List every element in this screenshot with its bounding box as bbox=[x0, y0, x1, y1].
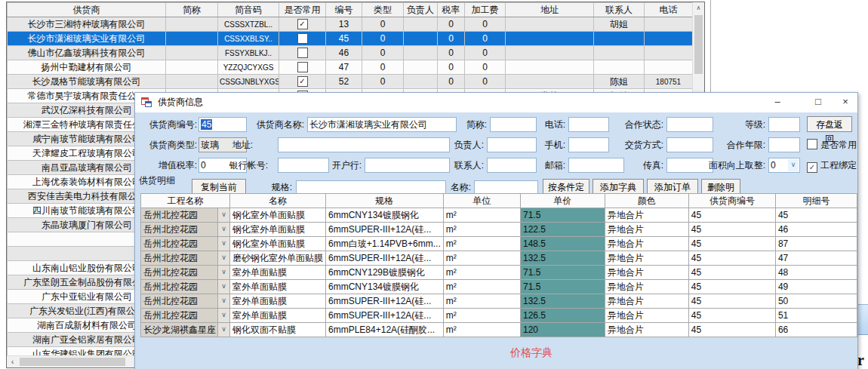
coop-status-label: 合作状态: bbox=[615, 117, 663, 132]
dropdown-arrow-icon[interactable]: ∨ bbox=[788, 159, 799, 171]
detail-row[interactable]: 岳州北控花园∨ 室外单面贴膜 6mmCNY134镀膜钢化 m² 71.5 异地合… bbox=[141, 280, 857, 294]
address-label: 地址: bbox=[221, 137, 253, 152]
dialog-title: 供货商信息 bbox=[158, 93, 203, 112]
copy-current-project-button[interactable]: 复制当前工程 bbox=[192, 179, 246, 195]
combo-arrow-icon[interactable]: ∨ bbox=[217, 309, 229, 322]
supplier-name-cell: 长沙市三湘特种玻璃有限公司 bbox=[8, 17, 166, 32]
project-combobox[interactable]: 长沙龙湖祺鑫星座∨ bbox=[141, 323, 230, 337]
dropdown-value: 0 bbox=[771, 160, 776, 171]
project-combobox[interactable]: 岳州北控花园∨ bbox=[141, 266, 230, 280]
combo-arrow-icon[interactable]: ∨ bbox=[217, 294, 229, 308]
col-header-color: 颜色 bbox=[605, 194, 688, 208]
col-header-supplier: 供货商 bbox=[8, 3, 166, 17]
common-checkbox[interactable] bbox=[297, 48, 308, 58]
bank-account-field[interactable] bbox=[278, 158, 329, 173]
grade-field[interactable] bbox=[768, 117, 800, 132]
phone-field[interactable] bbox=[568, 117, 609, 132]
often-used-checkbox[interactable]: 是否常用 bbox=[807, 137, 857, 152]
project-binding-checkbox[interactable]: ✓工程绑定 bbox=[807, 158, 857, 173]
add-dictionary-detail-button[interactable]: 添加字典明细 bbox=[593, 179, 644, 195]
detail-row[interactable]: 岳州北控花园∨ 钢化室外单面贴膜 6mmCNY134镀膜钢化 m² 71.5 异… bbox=[141, 208, 857, 223]
horizontal-scrollbar-thumb[interactable] bbox=[20, 358, 125, 366]
price-cell: 71.5 bbox=[520, 208, 605, 223]
bank-account-label: 银行帐号: bbox=[221, 158, 268, 173]
window-edge-line bbox=[710, 0, 711, 94]
abbr-field[interactable] bbox=[490, 117, 537, 132]
supplier-name-field[interactable]: 长沙市潇湘玻璃实业有限公司 bbox=[307, 117, 457, 132]
close-button[interactable]: × bbox=[833, 93, 858, 112]
area-round-dropdown[interactable]: 0∨ bbox=[768, 158, 800, 173]
email-field[interactable] bbox=[568, 158, 624, 173]
supplier-name-cell: 佛山市亿鑫玻璃科技有限公司 bbox=[8, 46, 166, 60]
project-combobox[interactable]: 岳州北控花园∨ bbox=[141, 208, 230, 223]
vertical-scrollbar-thumb[interactable] bbox=[694, 15, 703, 74]
price-cell: 148.5 bbox=[520, 237, 605, 251]
combo-arrow-icon[interactable]: ∨ bbox=[217, 223, 229, 236]
area-round-label: 面积向上取整: bbox=[703, 158, 765, 173]
col-header-spec: 规格 bbox=[326, 194, 444, 208]
coop-status-field[interactable] bbox=[666, 117, 713, 132]
detail-row[interactable]: 岳州北控花园∨ 钢化室外单面贴膜 6mm白玻+1.14PVB+6mm... m²… bbox=[141, 237, 857, 251]
often-used-label: 是否常用 bbox=[820, 140, 857, 150]
checkbox-icon bbox=[807, 139, 817, 149]
detail-row[interactable]: 岳州北控花园∨ 磨砂钢化室外单面贴膜 6mmSUPER-III+12A(硅...… bbox=[141, 251, 857, 266]
supplier-row[interactable]: 佛山市亿鑫玻璃科技有限公司 FSSYXBLKJ.. 46 0 0 0 bbox=[8, 46, 693, 60]
combo-arrow-icon[interactable]: ∨ bbox=[217, 266, 229, 279]
project-combobox[interactable]: 岳州北控花园∨ bbox=[141, 280, 230, 294]
minimize-button[interactable]: – bbox=[765, 93, 790, 112]
col-header-project: 工程名称 bbox=[141, 194, 230, 208]
combo-arrow-icon[interactable]: ∨ bbox=[217, 208, 229, 222]
project-combobox[interactable]: 岳州北控花园∨ bbox=[141, 309, 230, 323]
manager-label: 负责人: bbox=[451, 137, 484, 152]
supplier-id-field[interactable]: 45 bbox=[199, 117, 247, 132]
col-header-name: 名称 bbox=[230, 194, 326, 208]
detail-row[interactable]: 岳州北控花园∨ 室外单面贴膜 6mmSUPER-III+12A(硅... m² … bbox=[141, 294, 857, 309]
maximize-button[interactable]: □ bbox=[805, 93, 831, 112]
supplier-row[interactable]: 扬州中勤建材有限公司 YZZQJCYXGS 47 0 0 0 bbox=[8, 60, 693, 75]
project-combobox[interactable]: 岳州北控花园∨ bbox=[141, 237, 230, 251]
supplier-name-cell: 长沙晟格节能玻璃有限公司 bbox=[8, 75, 166, 89]
project-combobox[interactable]: 岳州北控花园∨ bbox=[141, 251, 230, 266]
add-order-detail-button[interactable]: 添加订单明细 bbox=[647, 179, 698, 195]
form-icon bbox=[141, 97, 152, 108]
address-field[interactable] bbox=[278, 137, 450, 152]
combo-arrow-icon[interactable]: ∨ bbox=[217, 280, 229, 294]
col-header-tax: 税率 bbox=[438, 3, 465, 17]
scroll-up-icon[interactable]: ∧ bbox=[693, 2, 704, 14]
common-checkbox[interactable]: ✓ bbox=[297, 76, 308, 87]
detail-row[interactable]: 岳州北控花园∨ 室外单面贴膜 6mmSUPER-III+12A(硅... m² … bbox=[141, 309, 857, 323]
supplier-row[interactable]: 长沙晟格节能玻璃有限公司 CSSGJNBLYXGS ✓ 52 0 0 0 陈姐 … bbox=[8, 75, 693, 89]
col-header-fee: 加工费 bbox=[465, 3, 506, 17]
scroll-left-icon[interactable]: ‹ bbox=[7, 356, 18, 367]
supplier-row-selected[interactable]: 长沙市潇湘玻璃实业有限公司 CSSXXBLSY.. 45 0 0 0 bbox=[8, 32, 693, 46]
combo-arrow-icon[interactable]: ∨ bbox=[217, 251, 229, 265]
common-checkbox[interactable] bbox=[297, 62, 308, 72]
common-checkbox[interactable]: ✓ bbox=[297, 19, 308, 29]
contact-field[interactable] bbox=[487, 158, 537, 173]
locate-by-condition-button[interactable]: 按条件定位 bbox=[543, 179, 589, 195]
common-checkbox[interactable] bbox=[297, 33, 308, 44]
detail-section-label: 供货明细 bbox=[139, 174, 175, 187]
detail-row[interactable]: 长沙龙湖祺鑫星座∨ 钢化双面不贴膜 6mmPLE84+12A(硅酮胶... m²… bbox=[141, 323, 857, 337]
coop-years-label: 合作年限: bbox=[717, 137, 765, 152]
project-combobox[interactable]: 岳州北控花园∨ bbox=[141, 223, 230, 237]
save-return-button[interactable]: 存盘返回 bbox=[807, 116, 852, 132]
combo-arrow-icon[interactable]: ∨ bbox=[217, 323, 229, 337]
detail-row[interactable]: 岳州北控花园∨ 室外单面贴膜 6mmCNY129B镀膜钢化 m² 71.5 异地… bbox=[141, 266, 857, 280]
combo-arrow-icon[interactable]: ∨ bbox=[217, 237, 229, 251]
contact-label: 联系人: bbox=[451, 158, 484, 173]
price-cell: 122.5 bbox=[520, 223, 605, 237]
delivery-field[interactable] bbox=[666, 137, 713, 152]
supplier-name-label: 供货商名称: bbox=[247, 117, 304, 132]
delete-detail-button[interactable]: 删除明细 bbox=[701, 179, 740, 195]
project-combobox[interactable]: 岳州北控花园∨ bbox=[141, 294, 230, 309]
detail-row[interactable]: 岳州北控花园∨ 钢化室外单面贴膜 6mmSUPER-III+12A(硅... m… bbox=[141, 223, 857, 237]
vat-label: 增值税率: bbox=[140, 158, 197, 173]
manager-field[interactable] bbox=[487, 137, 537, 152]
bank-branch-field[interactable] bbox=[365, 158, 450, 173]
price-detail-table: 工程名称 名称 规格 单位 单价 颜色 供货商编号 明细号 岳州北控花园∨ 钢化… bbox=[140, 193, 857, 337]
mobile-field[interactable] bbox=[568, 137, 609, 152]
col-header-supplier-id: 供货商编号 bbox=[688, 194, 775, 208]
supplier-row[interactable]: 长沙市三湘特种玻璃有限公司 CSSSXTZBL.. ✓ 13 0 0 0 胡姐 bbox=[8, 17, 693, 32]
coop-years-field[interactable] bbox=[768, 137, 800, 152]
